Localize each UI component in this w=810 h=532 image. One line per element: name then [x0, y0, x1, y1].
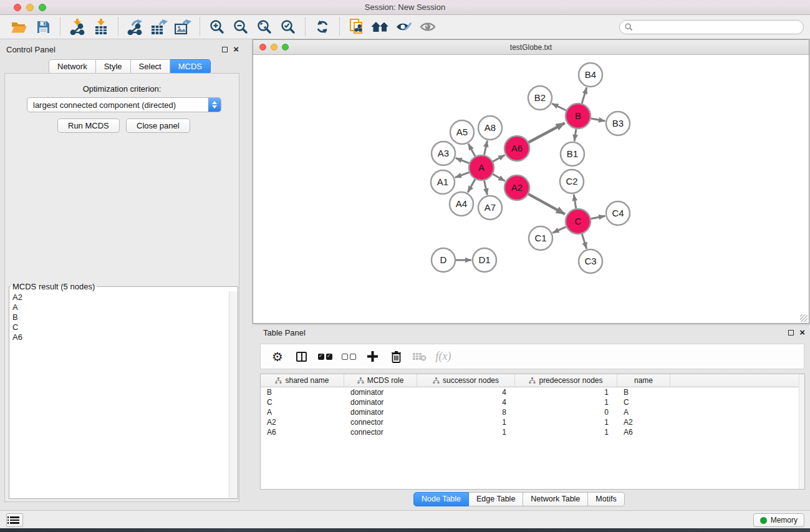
table-row[interactable]: Cdominator41C — [261, 397, 804, 407]
add-column-button[interactable] — [360, 347, 384, 367]
float-panel-icon[interactable] — [222, 47, 228, 52]
graph-edge-B-B2[interactable] — [552, 104, 566, 110]
graph-node-D[interactable]: D — [432, 248, 455, 272]
result-item[interactable]: A2 — [12, 293, 229, 302]
deselect-all-button[interactable] — [337, 347, 360, 367]
graph-node-C2[interactable]: C2 — [560, 170, 584, 193]
search-input[interactable] — [619, 20, 804, 34]
zoom-in-button[interactable] — [205, 16, 229, 37]
graph-node-D1[interactable]: D1 — [473, 248, 496, 272]
graph-node-A1[interactable]: A1 — [431, 170, 455, 194]
graph-node-A7[interactable]: A7 — [478, 196, 502, 220]
tab-select[interactable]: Select — [131, 59, 170, 74]
graph-edge-A-A4[interactable] — [468, 179, 475, 192]
first-neighbors-button[interactable] — [369, 16, 392, 37]
close-window-icon[interactable] — [14, 4, 21, 11]
export-image-button[interactable] — [171, 16, 195, 37]
criterion-dropdown[interactable]: largest connected component (directed) — [27, 97, 221, 112]
network-minimize-icon[interactable] — [271, 44, 277, 51]
graph-edge-B-B3[interactable] — [591, 118, 605, 121]
graph-node-C3[interactable]: C3 — [579, 249, 602, 273]
tab-network-table[interactable]: Network Table — [523, 492, 588, 506]
table-scrollbar[interactable] — [799, 374, 804, 489]
network-canvas[interactable]: B4B2BB3A8A5A6A3B1AC2A1A2A4A7C4CC1DD1C3 — [253, 55, 809, 323]
graph-node-A[interactable]: A — [469, 155, 494, 180]
graph-edge-A-A8[interactable] — [485, 141, 488, 155]
show-all-button[interactable] — [416, 16, 440, 37]
float-table-panel-icon[interactable] — [788, 330, 794, 336]
result-item[interactable]: B — [12, 312, 229, 322]
graph-edge-C-C1[interactable] — [552, 227, 566, 233]
memory-button[interactable]: Memory — [753, 513, 804, 527]
graph-node-A2[interactable]: A2 — [504, 175, 529, 200]
run-mcds-button[interactable]: Run MCDS — [57, 118, 120, 133]
graph-edge-A-A1[interactable] — [455, 172, 470, 177]
close-panel-button[interactable]: Close panel — [126, 118, 190, 133]
graph-node-B1[interactable]: B1 — [561, 142, 584, 166]
show-panels-button[interactable] — [6, 513, 23, 527]
show-column-button[interactable] — [289, 347, 313, 367]
hide-selected-button[interactable] — [392, 16, 416, 37]
graph-edge-A-A6[interactable] — [493, 155, 504, 162]
graph-node-B3[interactable]: B3 — [606, 112, 630, 135]
tab-style[interactable]: Style — [96, 59, 131, 74]
result-item[interactable]: C — [12, 322, 229, 332]
graph-node-A8[interactable]: A8 — [478, 116, 502, 140]
graph-edge-C-C2[interactable] — [574, 195, 576, 209]
graph-node-B2[interactable]: B2 — [528, 86, 552, 110]
select-all-button[interactable] — [313, 347, 337, 367]
column-header-MCDS-role[interactable]: MCDS role — [344, 374, 417, 387]
graph-edge-B-B1[interactable] — [574, 129, 576, 141]
column-header-predecessor-nodes[interactable]: predecessor nodes — [515, 374, 617, 387]
save-session-button[interactable] — [31, 16, 55, 37]
refresh-button[interactable] — [311, 16, 334, 37]
graph-edge-B-B4[interactable] — [582, 87, 587, 104]
tab-mcds[interactable]: MCDS — [170, 59, 211, 74]
network-window-titlebar[interactable]: testGlobe.txt — [253, 40, 809, 55]
open-session-button[interactable] — [7, 16, 31, 37]
tab-node-table[interactable]: Node Table — [413, 492, 469, 506]
graph-node-A6[interactable]: A6 — [504, 136, 529, 161]
import-table-button[interactable] — [89, 16, 113, 37]
graph-edge-C-C4[interactable] — [591, 216, 605, 219]
minimize-window-icon[interactable] — [26, 4, 34, 11]
close-panel-icon[interactable]: × — [233, 46, 239, 52]
zoom-fit-button[interactable] — [253, 16, 276, 37]
graph-edge-A-A7[interactable] — [485, 181, 488, 195]
graph-node-A5[interactable]: A5 — [450, 120, 474, 144]
close-table-panel-icon[interactable]: × — [799, 329, 805, 336]
table-row[interactable]: Adominator80A — [261, 407, 804, 417]
table-row[interactable]: A6connector11A6 — [261, 427, 804, 437]
graph-edge-A2-C[interactable] — [528, 194, 565, 214]
tab-motifs[interactable]: Motifs — [588, 492, 624, 506]
column-header-name[interactable]: name — [617, 374, 670, 387]
graph-node-B4[interactable]: B4 — [579, 63, 602, 87]
network-maximize-icon[interactable] — [282, 44, 289, 51]
table-settings-button[interactable]: ⚙ — [266, 347, 289, 367]
network-close-icon[interactable] — [259, 44, 266, 51]
result-item[interactable]: A6 — [12, 332, 229, 342]
graph-node-A4[interactable]: A4 — [450, 192, 473, 216]
graph-edge-A6-B[interactable] — [529, 123, 565, 142]
export-network-button[interactable] — [123, 16, 147, 37]
zoom-selected-button[interactable] — [276, 16, 300, 37]
maximize-window-icon[interactable] — [39, 4, 46, 11]
column-header-successor-nodes[interactable]: successor nodes — [417, 374, 515, 387]
result-scrollbar[interactable] — [229, 291, 238, 498]
tab-network[interactable]: Network — [49, 59, 96, 74]
graph-edge-C-C3[interactable] — [582, 234, 586, 249]
graph-edge-A-A5[interactable] — [468, 143, 475, 156]
graph-node-C[interactable]: C — [566, 209, 591, 234]
graph-edge-A-A3[interactable] — [456, 158, 470, 163]
resize-grip[interactable] — [800, 314, 808, 322]
delete-column-button[interactable] — [384, 347, 408, 367]
graph-node-C1[interactable]: C1 — [529, 226, 552, 250]
column-header-shared-name[interactable]: shared name — [261, 374, 344, 387]
graph-edge-A-A2[interactable] — [493, 174, 505, 181]
tab-edge-table[interactable]: Edge Table — [469, 492, 523, 506]
table-row[interactable]: A2connector11A2 — [261, 417, 804, 427]
graph-node-C4[interactable]: C4 — [606, 201, 630, 225]
graph-node-A3[interactable]: A3 — [432, 142, 455, 165]
zoom-out-button[interactable] — [229, 16, 253, 37]
result-item[interactable]: A — [12, 302, 229, 312]
